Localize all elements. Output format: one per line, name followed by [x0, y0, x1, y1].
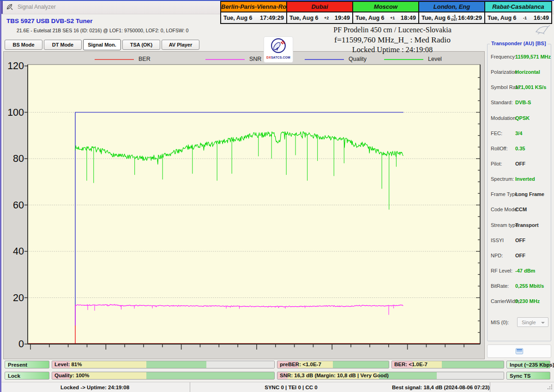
field-value: 0,230 MHz [515, 298, 540, 304]
clock-body: Tue, Aug 6 +1 18:49 [353, 12, 418, 23]
field-value: OFF [515, 253, 525, 258]
dxsatcs-logo: DXSATCS.COM [264, 36, 293, 63]
bar-label: SNR: 16,3 dB (Margin: 10,8 dB | Very Goo… [280, 373, 389, 378]
tab-button[interactable]: TSA (OK) [122, 40, 160, 50]
tab-button[interactable]: AV Player [162, 40, 199, 50]
field-value: Horizontal [515, 69, 540, 75]
field-value: 0,255 Mbit/s [515, 283, 544, 289]
bar-label: Quality: 100% [54, 373, 89, 378]
transponder-field: FEC: 3/4 [488, 126, 551, 142]
tab-button[interactable]: DT Mode [44, 40, 82, 50]
clock-body: Tue, Aug 6 17:49:29 [221, 12, 286, 23]
transponder-field: RollOff: 0.35 [488, 142, 551, 157]
field-value: 0.35 [515, 146, 525, 151]
field-label: Frequency: [491, 54, 516, 59]
clock-time: 17:49:29 [260, 14, 284, 21]
field-label: Spectrum: [491, 176, 514, 182]
level-bar: Level: 81% [52, 361, 275, 368]
field-value: DVB-S [515, 100, 531, 105]
y-axis-label: 20 [4, 292, 24, 304]
field-label: RF Level: [491, 268, 512, 273]
field-value: -47 dBm [515, 268, 535, 273]
signal-chart [4, 52, 484, 359]
frequency-info: f=11599,760 MHz_H_ : Med Radio [282, 35, 503, 45]
clock-utc-offset: -1 DST [451, 14, 457, 21]
y-axis-label: 80 [4, 153, 24, 165]
transponder-field: Symbol Rate: 171,001 KS/s [488, 80, 551, 95]
field-label: ISSYI [491, 238, 504, 243]
field-value: QPSK [515, 115, 530, 121]
legend-line [205, 59, 245, 60]
field-label: Pilot: [491, 161, 502, 166]
tuner-details: 21.6E - Eutelsat 21B SES 16 (ID: 0216) @… [17, 28, 188, 33]
bar-label: Level: 81% [54, 362, 82, 367]
mode-tabs: BS Mode DT Mode Signal Mon. TSA (OK) AV … [5, 40, 199, 50]
clock-time: 16:49:29 [458, 14, 482, 21]
tuner-title: TBS 5927 USB DVB-S2 Tuner [6, 18, 93, 24]
legend-label: BER [138, 56, 151, 62]
legend-label: Level [428, 56, 442, 62]
clock-utc-offset: +2 [324, 16, 329, 20]
list-icon [516, 348, 523, 354]
transponder-fields: Frequency: 11599,571 MHz Polarization: H… [488, 50, 551, 309]
chart-legend: BER SNR Quality Level [4, 55, 484, 64]
mis-select[interactable]: Single [517, 317, 548, 327]
clock-city: Rabat-Casablanca [485, 2, 551, 12]
window-top-border [0, 0, 554, 1]
clock-date: Tue, Aug 6 [223, 15, 253, 21]
transponder-field: Frame Type: Long Frame [488, 187, 551, 202]
status-bar: Locked -> Uptime: 24:19:08 SYNC 0 | TEI … [0, 382, 554, 392]
tab-button[interactable]: BS Mode [5, 40, 42, 50]
clock-date: Tue, Aug 6 [289, 15, 319, 21]
mis-label: MIS (0): [491, 320, 509, 325]
transponder-field: Code Mode: CCM [488, 202, 551, 218]
locked-uptime: Locked Uptime : 24:19:08 [282, 45, 503, 54]
tab-button[interactable]: Signal Mon. [83, 39, 121, 50]
ber-bar: BER: <1.0E-7 [391, 361, 504, 368]
field-value: 171,001 KS/s [515, 84, 546, 90]
legend-line [384, 59, 423, 60]
transponder-field: Pilot: OFF [488, 157, 551, 172]
transponder-panel: Transponder (AU) [BS] Frequency: 11599,5… [487, 44, 551, 341]
field-label: Code Mode: [491, 207, 518, 212]
field-label: Modulation: [491, 115, 517, 121]
clock-city: Berlin-Paris-Vienna-Roma [221, 2, 286, 12]
transponder-field: RF Level: -47 dBm [488, 264, 551, 279]
transponder-field: Stream type: Transport [488, 218, 551, 233]
clock: Dubai Tue, Aug 6 +2 19:49 [287, 2, 353, 23]
clock-city: London, Eng [419, 2, 484, 12]
chevron-down-icon [541, 322, 545, 324]
sync-ts-badge: Sync TS [506, 372, 550, 380]
mis-row: MIS (0): Single [491, 317, 548, 327]
lock-badge: Lock [5, 372, 49, 380]
field-label: BitRate: [491, 283, 509, 289]
legend-line [305, 59, 344, 60]
clock: Rabat-Casablanca Tue, Aug 6 -1 16:49 [485, 2, 551, 23]
transponder-field: Modulation: QPSK [488, 111, 551, 126]
clock-city: Moscow [353, 2, 418, 12]
transponder-field: BitRate: 0,255 Mbit/s [488, 279, 551, 294]
clock-utc-offset: +1 [390, 16, 395, 20]
resize-grip[interactable] [546, 384, 553, 391]
clock-time: 18:49 [401, 14, 416, 21]
logo-text: DXSATCS.COM [264, 55, 293, 59]
transponder-field: NPD: OFF [488, 249, 551, 264]
y-axis-label: 0 [4, 339, 24, 350]
signal-chart-panel: 020406080100120 BER SNR Quality Level [4, 52, 484, 359]
clock-city: Dubai [287, 2, 352, 12]
field-value: Long Frame [515, 191, 544, 197]
field-label: Standard: [491, 100, 513, 105]
clock: London, Eng Tue, Aug 6 -1 DST 16:49:29 [419, 2, 485, 23]
quality-bar: Quality: 100% [52, 372, 275, 380]
site-info: PF Prodelin 450 cm / Lucenec-Slovakia f=… [282, 25, 503, 54]
transponder-field: Standard: DVB-S [488, 95, 551, 111]
stream-info-button[interactable] [487, 344, 551, 358]
field-value: 11599,571 MHz [515, 54, 551, 59]
clock: Berlin-Paris-Vienna-Roma Tue, Aug 6 17:4… [221, 2, 287, 23]
preber-bar: preBER: <1.0E-7 [277, 361, 389, 368]
window-left-border [0, 0, 1, 392]
input-badge: Input (~235 Kbps) [506, 361, 550, 368]
satellite-dish-icon [271, 38, 286, 53]
clock-date: Tue, Aug 6 [422, 15, 451, 21]
field-label: NPD: [491, 253, 503, 258]
